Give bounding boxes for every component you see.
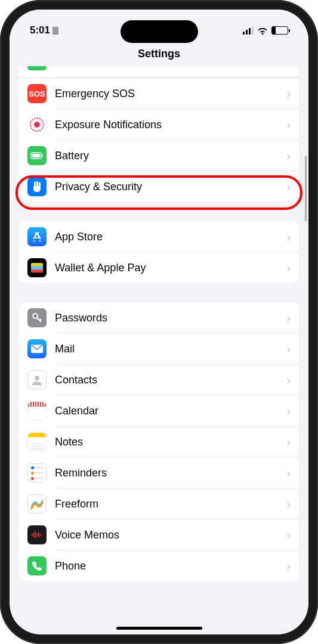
- row-label: Contacts: [55, 374, 286, 386]
- row-exposure-notifications[interactable]: Exposure Notifications ›: [19, 109, 299, 140]
- row-label: Exposure Notifications: [55, 119, 286, 131]
- row-label: Wallet & Apple Pay: [55, 262, 286, 274]
- row-label: Notes: [55, 436, 286, 448]
- reminders-icon: [27, 463, 47, 482]
- phone-frame: 5:01 24 Settings: [0, 0, 318, 644]
- chevron-right-icon: ›: [286, 87, 291, 101]
- chevron-right-icon: ›: [286, 528, 291, 542]
- row-emergency-sos[interactable]: SOS Emergency SOS ›: [19, 78, 299, 109]
- row-calendar[interactable]: Calendar ›: [19, 395, 299, 426]
- mail-icon: [27, 339, 47, 358]
- chevron-right-icon: ›: [286, 149, 291, 163]
- contacts-icon: [27, 370, 47, 389]
- chevron-right-icon: ›: [286, 373, 291, 387]
- calendar-icon: [27, 401, 47, 420]
- home-indicator[interactable]: [116, 627, 202, 630]
- chevron-right-icon: ›: [286, 497, 291, 511]
- chevron-right-icon: ›: [286, 404, 291, 418]
- row-label: Reminders: [55, 467, 286, 479]
- exposure-icon: [27, 115, 47, 134]
- wifi-icon: [257, 27, 268, 35]
- status-right: 24: [243, 26, 288, 35]
- row-notes[interactable]: Notes ›: [19, 426, 299, 457]
- svg-rect-1: [32, 154, 40, 157]
- row-wallet[interactable]: Wallet & Apple Pay ›: [19, 252, 299, 283]
- row-partial-top[interactable]: [19, 66, 299, 78]
- chevron-right-icon: ›: [286, 118, 291, 132]
- key-icon: [27, 308, 47, 327]
- row-label: Freeform: [55, 498, 286, 510]
- row-freeform[interactable]: Freeform ›: [19, 488, 299, 519]
- row-label: App Store: [55, 231, 286, 243]
- partial-icon: [27, 66, 47, 70]
- nav-header: Settings: [10, 43, 308, 66]
- chevron-right-icon: ›: [286, 435, 291, 449]
- row-label: Voice Memos: [55, 529, 286, 541]
- row-label: Privacy & Security: [55, 181, 286, 193]
- wallet-icon: [27, 258, 47, 277]
- settings-content[interactable]: SOS Emergency SOS › Exposure Notificatio…: [10, 66, 308, 631]
- chevron-right-icon: ›: [286, 261, 291, 275]
- battery-icon: 24: [271, 26, 288, 35]
- settings-section-store: App Store › Wallet & Apple Pay ›: [19, 221, 299, 283]
- row-contacts[interactable]: Contacts ›: [19, 364, 299, 395]
- phone-icon: [27, 556, 47, 575]
- dynamic-island: [121, 20, 198, 43]
- row-label: Passwords: [55, 312, 286, 324]
- row-label: Calendar: [55, 405, 286, 417]
- settings-section-general: SOS Emergency SOS › Exposure Notificatio…: [19, 66, 299, 202]
- voice-memo-icon: [27, 525, 47, 544]
- chevron-right-icon: ›: [286, 230, 291, 244]
- lock-icon: [53, 27, 58, 35]
- row-phone[interactable]: Phone ›: [19, 550, 299, 581]
- row-passwords[interactable]: Passwords ›: [19, 302, 299, 333]
- chevron-right-icon: ›: [286, 466, 291, 480]
- chevron-right-icon: ›: [286, 342, 291, 356]
- page-title: Settings: [10, 48, 308, 60]
- row-label: Emergency SOS: [55, 88, 286, 100]
- chevron-right-icon: ›: [286, 180, 291, 194]
- row-mail[interactable]: Mail ›: [19, 333, 299, 364]
- time-text: 5:01: [30, 24, 50, 36]
- row-reminders[interactable]: Reminders ›: [19, 457, 299, 488]
- appstore-icon: [27, 227, 47, 246]
- chevron-right-icon: ›: [286, 311, 291, 325]
- svg-point-3: [33, 314, 38, 318]
- freeform-icon: [27, 494, 47, 513]
- status-time: 5:01: [30, 24, 58, 36]
- row-label: Mail: [55, 343, 286, 355]
- row-label: Battery: [55, 150, 286, 162]
- row-app-store[interactable]: App Store ›: [19, 221, 299, 252]
- notes-icon: [27, 432, 47, 451]
- svg-point-5: [35, 376, 39, 380]
- hand-icon: [27, 177, 47, 196]
- battery-percent: 24: [276, 27, 283, 34]
- cellular-icon: [243, 27, 254, 35]
- row-privacy-security[interactable]: Privacy & Security ›: [19, 171, 299, 202]
- settings-section-apps: Passwords › Mail › Contacts ›: [19, 302, 299, 581]
- battery-settings-icon: [27, 146, 47, 165]
- row-battery[interactable]: Battery ›: [19, 140, 299, 171]
- row-label: Phone: [55, 560, 286, 572]
- chevron-right-icon: ›: [286, 559, 291, 573]
- svg-rect-2: [42, 154, 43, 157]
- sos-icon: SOS: [27, 84, 47, 103]
- scrollbar[interactable]: [305, 156, 307, 221]
- row-voice-memos[interactable]: Voice Memos ›: [19, 519, 299, 550]
- phone-screen: 5:01 24 Settings: [10, 10, 308, 634]
